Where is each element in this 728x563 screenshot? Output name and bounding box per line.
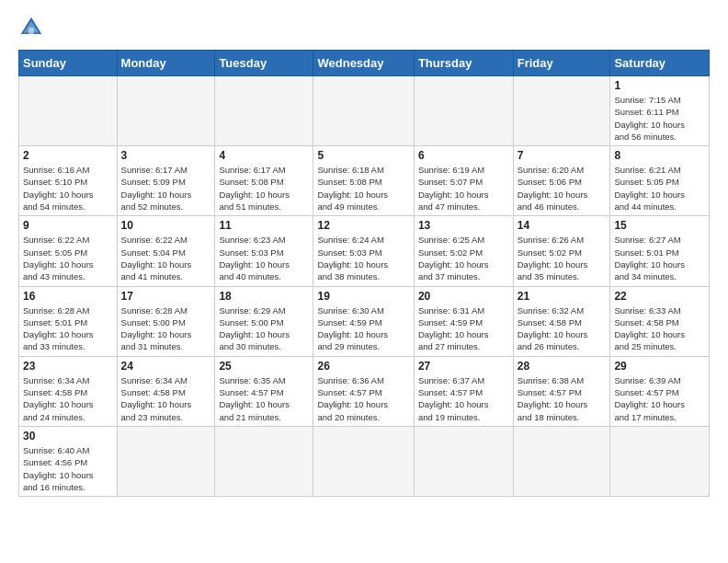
calendar-cell: 26Sunrise: 6:36 AM Sunset: 4:57 PM Dayli… [313,356,414,426]
calendar-cell: 4Sunrise: 6:17 AM Sunset: 5:08 PM Daylig… [215,146,313,216]
day-number: 4 [219,149,309,162]
day-number: 7 [518,149,607,162]
day-number: 17 [121,290,211,303]
day-number: 3 [121,149,211,162]
calendar-cell: 11Sunrise: 6:23 AM Sunset: 5:03 PM Dayli… [215,216,313,286]
day-number: 18 [219,290,309,303]
calendar-cell: 30Sunrise: 6:40 AM Sunset: 4:56 PM Dayli… [19,426,118,496]
day-info: Sunrise: 6:35 AM Sunset: 4:57 PM Dayligh… [219,374,309,423]
day-info: Sunrise: 6:40 AM Sunset: 4:56 PM Dayligh… [23,444,113,493]
logo-icon [18,15,44,40]
calendar-header-monday: Monday [117,51,215,76]
day-number: 10 [121,219,211,232]
day-info: Sunrise: 6:18 AM Sunset: 5:08 PM Dayligh… [317,164,409,213]
day-info: Sunrise: 6:34 AM Sunset: 4:58 PM Dayligh… [23,374,113,423]
day-number: 1 [614,79,705,92]
day-number: 11 [219,219,309,232]
calendar-cell [610,426,710,496]
day-info: Sunrise: 6:21 AM Sunset: 5:05 PM Dayligh… [614,164,705,213]
day-info: Sunrise: 6:25 AM Sunset: 5:02 PM Dayligh… [418,234,509,282]
day-number: 28 [518,360,607,373]
day-number: 25 [219,360,309,373]
day-info: Sunrise: 7:15 AM Sunset: 6:11 PM Dayligh… [614,94,705,143]
calendar-cell [414,426,513,496]
day-info: Sunrise: 6:39 AM Sunset: 4:57 PM Dayligh… [614,374,705,423]
calendar-cell: 8Sunrise: 6:21 AM Sunset: 5:05 PM Daylig… [610,146,710,216]
day-number: 22 [614,290,705,303]
calendar-cell: 27Sunrise: 6:37 AM Sunset: 4:57 PM Dayli… [414,356,513,426]
svg-rect-2 [28,28,34,34]
calendar-header-friday: Friday [513,51,610,76]
day-number: 9 [23,219,113,232]
calendar-cell: 18Sunrise: 6:29 AM Sunset: 5:00 PM Dayli… [215,286,313,356]
calendar-cell: 16Sunrise: 6:28 AM Sunset: 5:01 PM Dayli… [19,286,118,356]
calendar-week-1: 2Sunrise: 6:16 AM Sunset: 5:10 PM Daylig… [19,146,710,216]
day-number: 30 [23,430,113,442]
day-info: Sunrise: 6:30 AM Sunset: 4:59 PM Dayligh… [317,304,409,353]
calendar-cell [117,76,215,146]
day-number: 2 [23,149,113,162]
calendar-cell: 9Sunrise: 6:22 AM Sunset: 5:05 PM Daylig… [19,216,118,286]
calendar-cell: 22Sunrise: 6:33 AM Sunset: 4:58 PM Dayli… [610,286,710,356]
calendar-cell: 7Sunrise: 6:20 AM Sunset: 5:06 PM Daylig… [513,146,610,216]
day-number: 19 [317,290,409,303]
day-info: Sunrise: 6:27 AM Sunset: 5:01 PM Dayligh… [614,234,705,282]
calendar-cell: 25Sunrise: 6:35 AM Sunset: 4:57 PM Dayli… [215,356,313,426]
calendar-cell: 10Sunrise: 6:22 AM Sunset: 5:04 PM Dayli… [117,216,215,286]
calendar-cell: 14Sunrise: 6:26 AM Sunset: 5:02 PM Dayli… [513,216,610,286]
day-number: 12 [317,219,409,232]
calendar-week-5: 30Sunrise: 6:40 AM Sunset: 4:56 PM Dayli… [19,426,710,496]
calendar-cell [19,76,118,146]
day-number: 8 [614,149,705,162]
day-number: 23 [23,360,113,373]
day-info: Sunrise: 6:33 AM Sunset: 4:58 PM Dayligh… [614,304,705,353]
day-number: 26 [317,360,409,373]
calendar-header-sunday: Sunday [19,51,118,76]
day-number: 21 [518,290,607,303]
calendar-cell [117,426,215,496]
calendar-cell: 5Sunrise: 6:18 AM Sunset: 5:08 PM Daylig… [313,146,414,216]
logo [18,15,48,40]
day-info: Sunrise: 6:20 AM Sunset: 5:06 PM Dayligh… [518,164,607,213]
calendar-cell: 3Sunrise: 6:17 AM Sunset: 5:09 PM Daylig… [117,146,215,216]
calendar-header-thursday: Thursday [414,51,513,76]
calendar-cell: 6Sunrise: 6:19 AM Sunset: 5:07 PM Daylig… [414,146,513,216]
calendar-cell: 28Sunrise: 6:38 AM Sunset: 4:57 PM Dayli… [513,356,610,426]
day-info: Sunrise: 6:29 AM Sunset: 5:00 PM Dayligh… [219,304,309,353]
calendar-cell [513,76,610,146]
day-info: Sunrise: 6:37 AM Sunset: 4:57 PM Dayligh… [418,374,509,423]
day-info: Sunrise: 6:26 AM Sunset: 5:02 PM Dayligh… [518,234,607,282]
calendar-week-4: 23Sunrise: 6:34 AM Sunset: 4:58 PM Dayli… [19,356,710,426]
day-number: 14 [518,219,607,232]
day-info: Sunrise: 6:16 AM Sunset: 5:10 PM Dayligh… [23,164,113,213]
day-number: 20 [418,290,509,303]
calendar: SundayMondayTuesdayWednesdayThursdayFrid… [18,50,710,497]
day-info: Sunrise: 6:17 AM Sunset: 5:09 PM Dayligh… [121,164,211,213]
day-info: Sunrise: 6:28 AM Sunset: 5:01 PM Dayligh… [23,304,113,353]
calendar-cell: 23Sunrise: 6:34 AM Sunset: 4:58 PM Dayli… [19,356,118,426]
calendar-cell: 1Sunrise: 7:15 AM Sunset: 6:11 PM Daylig… [610,76,710,146]
calendar-cell: 17Sunrise: 6:28 AM Sunset: 5:00 PM Dayli… [117,286,215,356]
day-info: Sunrise: 6:36 AM Sunset: 4:57 PM Dayligh… [317,374,409,423]
calendar-cell [215,426,313,496]
day-info: Sunrise: 6:24 AM Sunset: 5:03 PM Dayligh… [317,234,409,282]
calendar-header-wednesday: Wednesday [313,51,414,76]
day-number: 16 [23,290,113,303]
calendar-cell: 24Sunrise: 6:34 AM Sunset: 4:58 PM Dayli… [117,356,215,426]
calendar-header-row: SundayMondayTuesdayWednesdayThursdayFrid… [19,51,710,76]
calendar-cell [513,426,610,496]
day-info: Sunrise: 6:34 AM Sunset: 4:58 PM Dayligh… [121,374,211,423]
day-number: 6 [418,149,509,162]
day-info: Sunrise: 6:32 AM Sunset: 4:58 PM Dayligh… [518,304,607,353]
calendar-header-tuesday: Tuesday [215,51,313,76]
calendar-cell: 15Sunrise: 6:27 AM Sunset: 5:01 PM Dayli… [610,216,710,286]
day-number: 13 [418,219,509,232]
calendar-week-0: 1Sunrise: 7:15 AM Sunset: 6:11 PM Daylig… [19,76,710,146]
calendar-cell: 12Sunrise: 6:24 AM Sunset: 5:03 PM Dayli… [313,216,414,286]
day-info: Sunrise: 6:19 AM Sunset: 5:07 PM Dayligh… [418,164,509,213]
calendar-cell: 19Sunrise: 6:30 AM Sunset: 4:59 PM Dayli… [313,286,414,356]
day-info: Sunrise: 6:38 AM Sunset: 4:57 PM Dayligh… [518,374,607,423]
day-number: 5 [317,149,409,162]
calendar-cell [313,76,414,146]
day-info: Sunrise: 6:17 AM Sunset: 5:08 PM Dayligh… [219,164,309,213]
